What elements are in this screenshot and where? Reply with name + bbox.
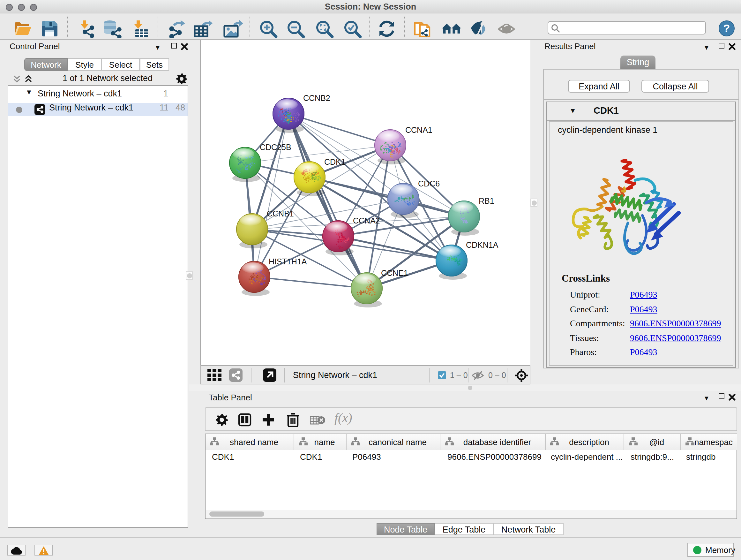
svg-text:CCNA1: CCNA1 — [405, 125, 432, 134]
svg-text:CCNB2: CCNB2 — [303, 94, 330, 103]
svg-text:CDK1: CDK1 — [324, 158, 346, 166]
svg-text:RB1: RB1 — [479, 196, 494, 205]
svg-text:HIST1H1A: HIST1H1A — [269, 257, 307, 266]
svg-text:CDC6: CDC6 — [418, 179, 440, 188]
svg-text:CCNA2: CCNA2 — [353, 216, 380, 225]
svg-text:CCNE1: CCNE1 — [381, 268, 408, 277]
svg-text:?: ? — [724, 22, 730, 34]
svg-text:CDC25B: CDC25B — [260, 143, 291, 152]
svg-text:CDKN1A: CDKN1A — [466, 240, 498, 249]
svg-text:CCNB1: CCNB1 — [267, 209, 294, 218]
